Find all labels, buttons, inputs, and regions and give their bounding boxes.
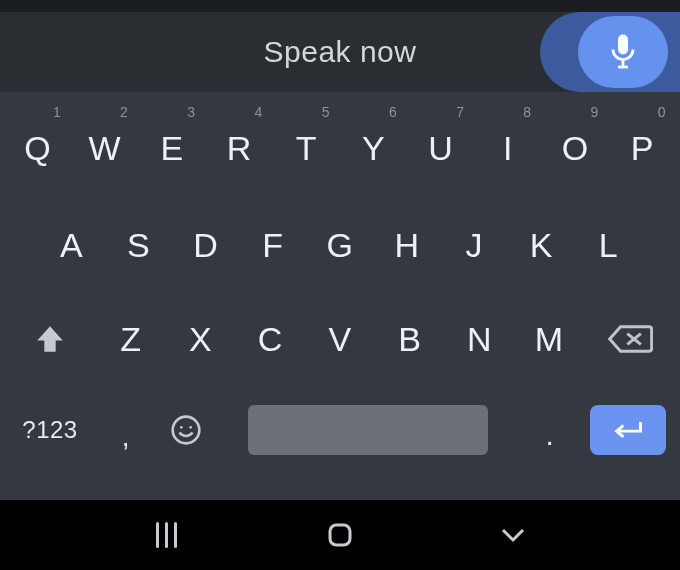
key-l[interactable]: L: [575, 198, 642, 292]
space-key[interactable]: [216, 386, 520, 474]
emoji-key[interactable]: [156, 386, 216, 474]
key-c[interactable]: C: [235, 292, 305, 386]
key-row-1: 1Q 2W 3E 4R 5T 6Y 7U 8I 9O 0P: [4, 98, 676, 198]
shift-icon: [33, 322, 67, 356]
mic-button[interactable]: [578, 16, 668, 88]
key-z[interactable]: Z: [96, 292, 166, 386]
key-q[interactable]: 1Q: [4, 98, 71, 198]
backspace-icon: [607, 322, 653, 356]
spacebar: [248, 405, 488, 455]
comma-key[interactable]: ,: [96, 386, 156, 474]
key-g[interactable]: G: [306, 198, 373, 292]
key-f[interactable]: F: [239, 198, 306, 292]
key-d[interactable]: D: [172, 198, 239, 292]
period-key[interactable]: .: [520, 386, 580, 474]
key-row-4: ?123 , .: [4, 386, 676, 474]
key-a[interactable]: A: [38, 198, 105, 292]
key-e[interactable]: 3E: [138, 98, 205, 198]
key-i[interactable]: 8I: [474, 98, 541, 198]
key-s[interactable]: S: [105, 198, 172, 292]
key-v[interactable]: V: [305, 292, 375, 386]
home-icon: [325, 520, 355, 550]
key-t[interactable]: 5T: [273, 98, 340, 198]
nav-recents[interactable]: [137, 522, 197, 548]
key-m[interactable]: M: [514, 292, 584, 386]
nav-home[interactable]: [310, 520, 370, 550]
key-o[interactable]: 9O: [542, 98, 609, 198]
key-u[interactable]: 7U: [407, 98, 474, 198]
key-row-2: A S D F G H J K L: [4, 198, 676, 292]
key-r[interactable]: 4R: [206, 98, 273, 198]
nav-back[interactable]: [483, 525, 543, 545]
back-icon: [498, 525, 528, 545]
key-k[interactable]: K: [508, 198, 575, 292]
enter-icon: [611, 418, 645, 442]
emoji-icon: [170, 414, 202, 446]
enter-button: [590, 405, 666, 455]
shift-key[interactable]: [4, 292, 96, 386]
key-p[interactable]: 0P: [609, 98, 676, 198]
screen: Speak now 1Q 2W 3E 4R 5T 6Y 7U 8I 9O 0P …: [0, 0, 680, 570]
key-n[interactable]: N: [445, 292, 515, 386]
svg-point-6: [180, 426, 183, 429]
voice-prompt-text: Speak now: [264, 35, 417, 69]
recents-icon: [156, 522, 177, 548]
key-w[interactable]: 2W: [71, 98, 138, 198]
svg-point-7: [189, 426, 192, 429]
symbols-key[interactable]: ?123: [4, 386, 96, 474]
key-h[interactable]: H: [374, 198, 441, 292]
nav-bar: [0, 500, 680, 570]
key-j[interactable]: J: [441, 198, 508, 292]
svg-point-5: [173, 417, 200, 444]
top-strip: [0, 0, 680, 12]
svg-rect-0: [618, 35, 628, 55]
keyboard: 1Q 2W 3E 4R 5T 6Y 7U 8I 9O 0P A S D F G …: [0, 92, 680, 500]
key-row-3: Z X C V B N M: [4, 292, 676, 386]
key-b[interactable]: B: [375, 292, 445, 386]
svg-rect-8: [330, 525, 350, 545]
key-x[interactable]: X: [166, 292, 236, 386]
backspace-key[interactable]: [584, 292, 676, 386]
microphone-icon: [608, 33, 638, 71]
enter-key[interactable]: [580, 386, 676, 474]
key-y[interactable]: 6Y: [340, 98, 407, 198]
voice-header: Speak now: [0, 12, 680, 92]
